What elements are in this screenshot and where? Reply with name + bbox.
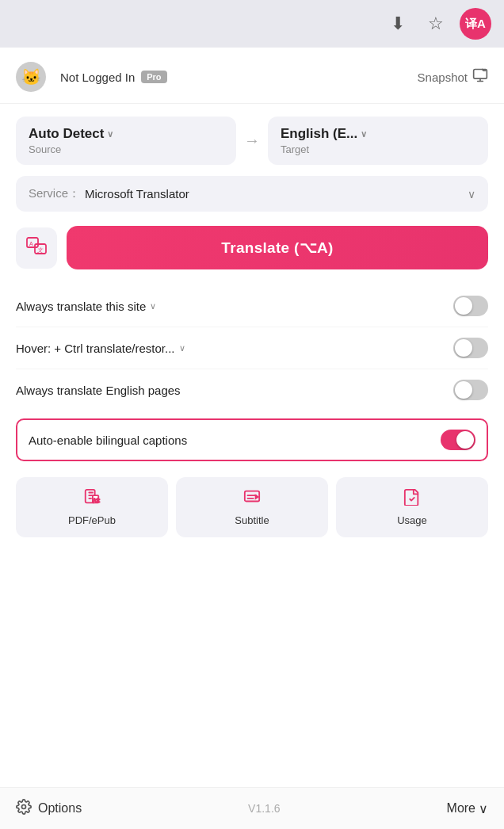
service-value-label: Microsoft Translator bbox=[85, 187, 468, 201]
toggle-section: Always translate this site ∨ Hover: + Ct… bbox=[0, 282, 504, 414]
extension-icon[interactable]: 译A bbox=[460, 8, 491, 40]
svg-point-12 bbox=[22, 805, 26, 809]
subtitle-icon bbox=[243, 488, 261, 510]
pdf-epub-icon: A文 bbox=[83, 488, 101, 510]
translate-area: A 文 Translate (⌥A) bbox=[0, 223, 504, 282]
target-language-button[interactable]: English (E... ∨ Target bbox=[268, 117, 488, 165]
source-language-label: Source bbox=[29, 143, 223, 155]
always-translate-site-chevron: ∨ bbox=[150, 301, 156, 311]
hover-translate-row: Hover: + Ctrl translate/restor... ∨ bbox=[16, 327, 488, 369]
subtitle-button[interactable]: Subtitle bbox=[176, 477, 328, 537]
translate-button-label: Translate (⌥A) bbox=[221, 239, 333, 256]
source-language-button[interactable]: Auto Detect ∨ Source bbox=[16, 117, 236, 165]
source-language-name: Auto Detect ∨ bbox=[29, 126, 223, 142]
translate-icon-button[interactable]: A 文 bbox=[16, 227, 57, 269]
service-prefix-label: Service： bbox=[29, 186, 80, 201]
always-translate-english-toggle[interactable] bbox=[453, 380, 488, 400]
always-translate-english-row: Always translate English pages bbox=[16, 369, 488, 411]
subtitle-label: Subtitle bbox=[235, 514, 269, 526]
options-icon bbox=[16, 799, 32, 818]
translate-button[interactable]: Translate (⌥A) bbox=[67, 226, 488, 269]
snapshot-icon bbox=[472, 67, 488, 86]
options-button[interactable]: Options bbox=[16, 799, 82, 818]
hover-translate-label: Hover: + Ctrl translate/restor... ∨ bbox=[16, 342, 453, 355]
svg-text:A文: A文 bbox=[94, 498, 100, 502]
usage-button[interactable]: Usage bbox=[336, 477, 488, 537]
auto-captions-label: Auto-enable bilingual captions bbox=[29, 434, 441, 447]
star-icon: ☆ bbox=[428, 13, 444, 34]
language-selector-area: Auto Detect ∨ Source → English (E... ∨ T… bbox=[0, 104, 504, 173]
usage-icon bbox=[403, 488, 421, 510]
quick-access-buttons: A文 PDF/ePub Subtitle bbox=[0, 469, 504, 550]
service-chevron-icon: ∨ bbox=[468, 188, 475, 201]
user-info: 🐱 Not Logged In Pro bbox=[16, 62, 418, 92]
footer: Options V1.1.6 More ∨ bbox=[0, 787, 504, 829]
pdf-epub-button[interactable]: A文 PDF/ePub bbox=[16, 477, 168, 537]
hover-translate-chevron: ∨ bbox=[179, 343, 185, 353]
not-logged-in-label: Not Logged In bbox=[60, 71, 135, 84]
service-selector[interactable]: Service： Microsoft Translator ∨ bbox=[16, 176, 488, 212]
download-button[interactable]: ⬇ bbox=[384, 10, 412, 38]
more-chevron-icon: ∨ bbox=[479, 801, 488, 816]
avatar: 🐱 bbox=[16, 62, 46, 92]
always-translate-english-label: Always translate English pages bbox=[16, 384, 453, 397]
auto-captions-toggle[interactable] bbox=[441, 430, 475, 450]
more-label: More bbox=[447, 801, 475, 816]
more-button[interactable]: More ∨ bbox=[447, 801, 488, 816]
always-translate-site-label: Always translate this site ∨ bbox=[16, 300, 453, 313]
auto-captions-row: Auto-enable bilingual captions bbox=[16, 418, 488, 461]
pdf-epub-label: PDF/ePub bbox=[68, 514, 116, 526]
header: 🐱 Not Logged In Pro Snapshot bbox=[0, 48, 504, 104]
snapshot-label: Snapshot bbox=[418, 71, 468, 84]
hover-translate-toggle[interactable] bbox=[453, 338, 488, 358]
usage-label: Usage bbox=[397, 514, 427, 526]
source-chevron-icon: ∨ bbox=[107, 129, 113, 139]
target-language-name: English (E... ∨ bbox=[281, 126, 475, 142]
version-text: V1.1.6 bbox=[82, 802, 446, 815]
svg-text:文: 文 bbox=[37, 247, 44, 253]
always-translate-site-row: Always translate this site ∨ bbox=[16, 285, 488, 327]
always-translate-site-toggle[interactable] bbox=[453, 296, 488, 316]
translate-mode-icon: A 文 bbox=[25, 235, 48, 262]
star-button[interactable]: ☆ bbox=[422, 10, 450, 38]
svg-text:A: A bbox=[29, 241, 33, 246]
browser-bar: ⬇ ☆ 译A bbox=[0, 0, 504, 48]
popup: 🐱 Not Logged In Pro Snapshot Auto Detect… bbox=[0, 48, 504, 829]
pro-badge: Pro bbox=[141, 71, 166, 83]
options-label: Options bbox=[38, 801, 82, 816]
download-icon: ⬇ bbox=[391, 13, 405, 34]
avatar-emoji: 🐱 bbox=[21, 67, 41, 86]
language-arrow-separator: → bbox=[244, 132, 260, 150]
extension-icon-label: 译A bbox=[465, 17, 486, 32]
snapshot-button[interactable]: Snapshot bbox=[418, 67, 488, 86]
target-chevron-icon: ∨ bbox=[361, 129, 367, 139]
target-language-label: Target bbox=[281, 143, 475, 155]
